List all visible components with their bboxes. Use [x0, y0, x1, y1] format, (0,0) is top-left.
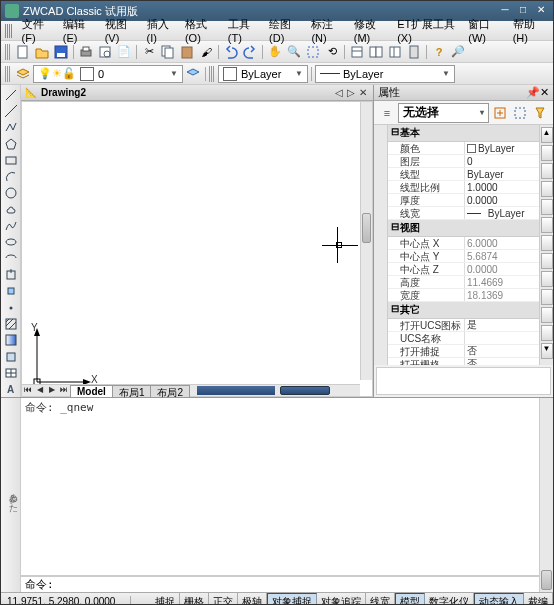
pin-icon[interactable]: 📌: [526, 86, 540, 99]
prop-row-color[interactable]: 颜色ByLayer: [388, 142, 539, 155]
tab-last-icon[interactable]: ⏭: [58, 385, 70, 397]
prop-row-linetype[interactable]: 线型ByLayer: [388, 168, 539, 181]
prop-row-grid[interactable]: 打开栅格否: [388, 358, 539, 365]
layer-combo[interactable]: 💡 ☀ 🔓 0 ▼: [33, 65, 183, 83]
undo-icon[interactable]: [222, 43, 240, 61]
status-dyn[interactable]: 动态输入: [474, 593, 524, 605]
menu-window[interactable]: 窗口(W): [462, 15, 506, 46]
table-icon[interactable]: [3, 365, 19, 380]
tab-next-icon[interactable]: ▷: [345, 87, 357, 98]
menu-et[interactable]: ET扩展工具(X): [391, 15, 462, 46]
match-icon[interactable]: 🖌: [197, 43, 215, 61]
circle-icon[interactable]: [3, 185, 19, 200]
menu-view[interactable]: 视图(V): [99, 15, 141, 46]
prop-row-cx[interactable]: 中心点 X6.0000: [388, 237, 539, 250]
open-icon[interactable]: [33, 43, 51, 61]
scroll-btn[interactable]: [541, 307, 553, 323]
scroll-btn[interactable]: [541, 181, 553, 197]
prop-row-width[interactable]: 宽度18.1369: [388, 289, 539, 302]
point-icon[interactable]: [3, 300, 19, 315]
menu-modify[interactable]: 修改(M): [348, 15, 391, 46]
status-model[interactable]: 模型: [395, 593, 425, 605]
status-otrack[interactable]: 对象追踪: [317, 593, 366, 605]
tab-layout1[interactable]: 布局1: [112, 385, 152, 397]
prop-row-cy[interactable]: 中心点 Y5.6874: [388, 250, 539, 263]
menu-format[interactable]: 格式(O): [179, 15, 222, 46]
insert-icon[interactable]: [3, 267, 19, 282]
prop-row-ucsname[interactable]: UCS名称: [388, 332, 539, 345]
command-line[interactable]: 命令:: [21, 576, 539, 592]
revcloud-icon[interactable]: [3, 202, 19, 217]
status-lwt[interactable]: 线宽: [366, 593, 395, 605]
block-icon[interactable]: [3, 284, 19, 299]
prop-row-height[interactable]: 高度11.4669: [388, 276, 539, 289]
zoom-prev-icon[interactable]: ⟲: [323, 43, 341, 61]
quick-select-icon[interactable]: [531, 104, 549, 122]
gradient-icon[interactable]: [3, 333, 19, 348]
help-icon[interactable]: ?: [430, 43, 448, 61]
scrollbar-h-track[interactable]: [197, 386, 275, 395]
search-icon[interactable]: 🔎: [449, 43, 467, 61]
tab-first-icon[interactable]: ⏮: [22, 385, 34, 397]
status-tablet[interactable]: 数字化仪: [425, 593, 474, 605]
collapse-icon[interactable]: ⊟: [390, 221, 400, 235]
tab-model[interactable]: Model: [70, 385, 113, 397]
prop-row-layer[interactable]: 图层0: [388, 155, 539, 168]
menu-edit[interactable]: 编辑(E): [57, 15, 99, 46]
tab-next-icon[interactable]: ▶: [46, 385, 58, 397]
status-polar[interactable]: 极轴: [238, 593, 267, 605]
menu-tools[interactable]: 工具(T): [222, 15, 263, 46]
status-ortho[interactable]: 正交: [209, 593, 238, 605]
text-icon[interactable]: A: [3, 382, 19, 397]
scrollbar-vertical[interactable]: [360, 102, 372, 380]
scroll-up-icon[interactable]: ▲: [541, 127, 553, 143]
palette-menu-icon[interactable]: ≡: [378, 104, 396, 122]
scroll-btn[interactable]: [541, 163, 553, 179]
rect-icon[interactable]: [3, 153, 19, 168]
selection-combo[interactable]: 无选择 ▾: [398, 103, 489, 123]
prop-row-ltscale[interactable]: 线型比例1.0000: [388, 181, 539, 194]
group-other[interactable]: ⊟其它: [388, 302, 539, 319]
prop-row-ucsicon[interactable]: 打开UCS图标是: [388, 319, 539, 332]
cut-icon[interactable]: ✂: [140, 43, 158, 61]
toolbar-handle-3[interactable]: [209, 66, 215, 82]
toolbar-handle-2[interactable]: [5, 66, 11, 82]
group-view[interactable]: ⊟视图: [388, 220, 539, 237]
copy-icon[interactable]: [159, 43, 177, 61]
group-basic[interactable]: ⊟基本: [388, 125, 539, 142]
menu-handle[interactable]: [5, 24, 12, 38]
scroll-btn[interactable]: [541, 235, 553, 251]
tab-layout2[interactable]: 布局2: [150, 385, 190, 397]
scrollbar-h-thumb[interactable]: [280, 386, 330, 395]
calc-icon[interactable]: [405, 43, 423, 61]
scroll-btn[interactable]: [541, 289, 553, 305]
pan-icon[interactable]: ✋: [266, 43, 284, 61]
tab-prev-icon[interactable]: ◀: [34, 385, 46, 397]
layer-prev-icon[interactable]: [184, 65, 202, 83]
palette-close-icon[interactable]: ✕: [540, 86, 549, 99]
polygon-icon[interactable]: [3, 136, 19, 151]
menu-file[interactable]: 文件(F): [16, 15, 57, 46]
prop-row-thickness[interactable]: 厚度0.0000: [388, 194, 539, 207]
menu-draw[interactable]: 绘图(D): [263, 15, 305, 46]
arc-icon[interactable]: [3, 169, 19, 184]
region-icon[interactable]: [3, 349, 19, 364]
menu-dim[interactable]: 标注(N): [305, 15, 347, 46]
command-history[interactable]: 命令: _qnew: [21, 398, 539, 576]
layer-mgr-icon[interactable]: [14, 65, 32, 83]
scroll-btn[interactable]: [541, 271, 553, 287]
menu-insert[interactable]: 插入(I): [141, 15, 179, 46]
scroll-btn[interactable]: [541, 325, 553, 341]
status-snap[interactable]: 捕捉: [151, 593, 180, 605]
publish-icon[interactable]: 📄: [115, 43, 133, 61]
tp-icon[interactable]: [386, 43, 404, 61]
drawing-canvas[interactable]: Y X ⏮ ◀ ▶ ⏭ Model 布局1 布局2: [21, 101, 373, 397]
print-icon[interactable]: [77, 43, 95, 61]
status-clip[interactable]: 裁编: [524, 593, 553, 605]
pline-icon[interactable]: [3, 120, 19, 135]
new-icon[interactable]: [14, 43, 32, 61]
scroll-btn[interactable]: [541, 145, 553, 161]
ellipse-icon[interactable]: [3, 234, 19, 249]
line-icon[interactable]: [3, 87, 19, 102]
ellipse-arc-icon[interactable]: [3, 251, 19, 266]
